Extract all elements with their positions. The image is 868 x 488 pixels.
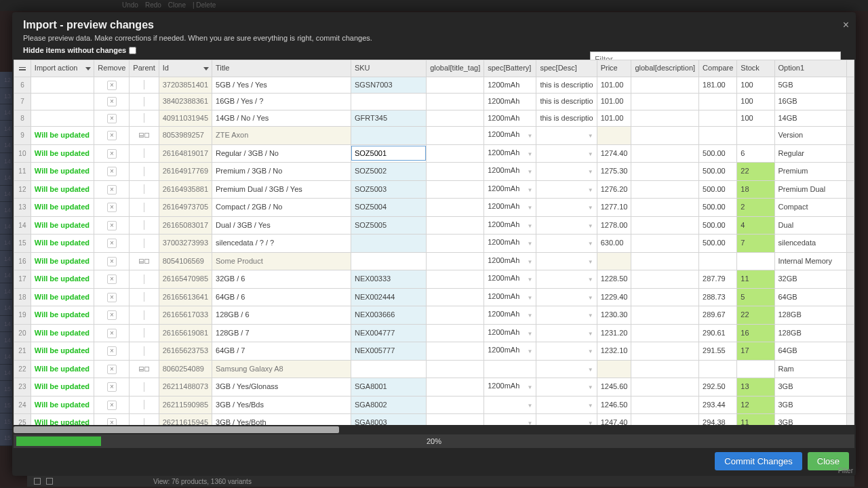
option1-cell[interactable]: 64GB (774, 288, 846, 306)
title-cell[interactable]: 3GB / Yes/Bds (212, 396, 351, 414)
title-cell[interactable]: silencedata / ? / ? (212, 235, 351, 253)
column-stock[interactable]: Stock (737, 60, 774, 77)
global-desc-cell[interactable] (631, 180, 699, 199)
stock-cell[interactable] (737, 127, 774, 145)
stock-cell[interactable]: 6 (737, 144, 774, 163)
view-grid-icon[interactable] (34, 478, 41, 485)
option1-cell[interactable]: 16GB (774, 94, 846, 110)
column-remove[interactable]: Remove (94, 60, 130, 77)
sku-cell[interactable] (351, 235, 426, 253)
battery-cell[interactable]: 1200mAh (484, 77, 536, 94)
sku-cell[interactable]: GFRT345 (351, 110, 426, 127)
stock-cell[interactable]: 7 (737, 235, 774, 253)
compare-cell[interactable] (699, 110, 737, 127)
table-row[interactable]: 14Will be updated×26165083017Dual / 3GB … (14, 216, 854, 235)
global-desc-cell[interactable] (631, 396, 699, 414)
global-desc-cell[interactable] (631, 270, 699, 289)
battery-cell[interactable]: 1200mAh (484, 110, 536, 127)
price-cell[interactable] (597, 127, 631, 145)
desc-cell[interactable]: this is descriptio (536, 77, 597, 94)
global-desc-cell[interactable] (631, 342, 699, 361)
global-desc-cell[interactable] (631, 235, 699, 253)
global-desc-cell[interactable] (631, 288, 699, 306)
title-cell[interactable]: Premium / 3GB / No (212, 163, 351, 181)
sku-cell[interactable]: NEX003666 (351, 306, 426, 325)
price-cell[interactable]: 1230.30 (597, 306, 631, 325)
price-cell[interactable]: 101.00 (597, 110, 631, 127)
view-list-icon[interactable] (46, 478, 53, 485)
title-tag-cell[interactable] (427, 270, 484, 289)
price-cell[interactable]: 1276.20 (597, 180, 631, 199)
table-row[interactable]: 24Will be updated×262115909853GB / Yes/B… (14, 396, 854, 414)
compare-cell[interactable] (699, 94, 737, 110)
table-row[interactable]: 10Will be updated×26164819017Regular / 3… (14, 144, 854, 163)
battery-cell[interactable]: 1200mAh▼ (484, 216, 536, 235)
sku-cell[interactable]: SGA8001 (351, 378, 426, 396)
title-cell[interactable]: 14GB / No / Yes (212, 110, 351, 127)
sku-cell[interactable] (351, 360, 426, 378)
desc-cell[interactable]: ▼ (536, 252, 597, 270)
global-desc-cell[interactable] (631, 306, 699, 325)
column-parent[interactable]: Parent (130, 60, 159, 77)
sku-cell[interactable]: NEX00333 (351, 270, 426, 289)
battery-cell[interactable]: 1200mAh▼ (484, 324, 536, 342)
compare-cell[interactable]: 500.00 (699, 163, 737, 181)
column-global-desc[interactable]: global[description] (631, 60, 699, 77)
battery-cell[interactable]: 1200mAh▼ (484, 288, 536, 306)
title-tag-cell[interactable] (427, 127, 484, 145)
title-tag-cell[interactable] (427, 144, 484, 163)
remove-cell[interactable]: × (94, 127, 130, 145)
battery-cell[interactable]: 1200mAh▼ (484, 144, 536, 163)
compare-cell[interactable]: 500.00 (699, 216, 737, 235)
title-tag-cell[interactable] (427, 110, 484, 127)
price-cell[interactable]: 1275.30 (597, 163, 631, 181)
table-row[interactable]: 13Will be updated×26164973705Compact / 2… (14, 199, 854, 217)
global-desc-cell[interactable] (631, 378, 699, 396)
title-tag-cell[interactable] (427, 199, 484, 217)
table-row[interactable]: 20Will be updated×26165619081128GB / 7NE… (14, 324, 854, 342)
desc-cell[interactable]: ▼ (536, 396, 597, 414)
option1-cell[interactable]: Compact (774, 199, 846, 217)
sku-cell[interactable]: SGA8002 (351, 396, 426, 414)
battery-cell[interactable]: 1200mAh▼ (484, 180, 536, 199)
remove-cell[interactable]: × (94, 163, 130, 181)
table-row[interactable]: 22Will be updated×8060254089Samsung Gala… (14, 360, 854, 378)
table-row[interactable]: 23Will be updated×262114880733GB / Yes/G… (14, 378, 854, 396)
compare-cell[interactable]: 181.00 (699, 77, 737, 94)
collapse-icon[interactable] (139, 367, 144, 371)
battery-cell[interactable]: 1200mAh▼ (484, 270, 536, 289)
title-cell[interactable]: 64GB / 6 (212, 288, 351, 306)
title-tag-cell[interactable] (427, 252, 484, 270)
title-cell[interactable]: 3GB / Yes/Both (212, 414, 351, 426)
battery-cell[interactable]: 1200mAh▼ (484, 342, 536, 361)
sku-cell[interactable]: SOZ5004 (351, 199, 426, 217)
price-cell[interactable]: 1229.40 (597, 288, 631, 306)
title-cell[interactable]: Dual / 3GB / Yes (212, 216, 351, 235)
title-tag-cell[interactable] (427, 378, 484, 396)
stock-cell[interactable]: 22 (737, 163, 774, 181)
global-desc-cell[interactable] (631, 414, 699, 426)
sku-cell[interactable]: NEX005777 (351, 342, 426, 361)
remove-cell[interactable]: × (94, 306, 130, 325)
sku-cell[interactable]: SGA8003 (351, 414, 426, 426)
compare-cell[interactable] (699, 127, 737, 145)
compare-cell[interactable]: 293.44 (699, 396, 737, 414)
desc-cell[interactable]: ▼ (536, 199, 597, 217)
stock-cell[interactable]: 11 (737, 270, 774, 289)
sku-cell[interactable] (351, 144, 426, 163)
stock-cell[interactable]: 5 (737, 288, 774, 306)
option1-cell[interactable]: 3GB (774, 396, 846, 414)
desc-cell[interactable]: ▼ (536, 324, 597, 342)
menu-icon[interactable] (14, 60, 31, 77)
remove-cell[interactable]: × (94, 378, 130, 396)
remove-cell[interactable]: × (94, 199, 130, 217)
title-cell[interactable]: ZTE Axon (212, 127, 351, 145)
option1-cell[interactable]: Internal Memory (774, 252, 846, 270)
title-tag-cell[interactable] (427, 216, 484, 235)
price-cell[interactable]: 1274.40 (597, 144, 631, 163)
price-cell[interactable]: 1277.10 (597, 199, 631, 217)
global-desc-cell[interactable] (631, 216, 699, 235)
remove-cell[interactable]: × (94, 414, 130, 426)
title-tag-cell[interactable] (427, 324, 484, 342)
table-row[interactable]: 16Will be updated×8054106569Some Product… (14, 252, 854, 270)
